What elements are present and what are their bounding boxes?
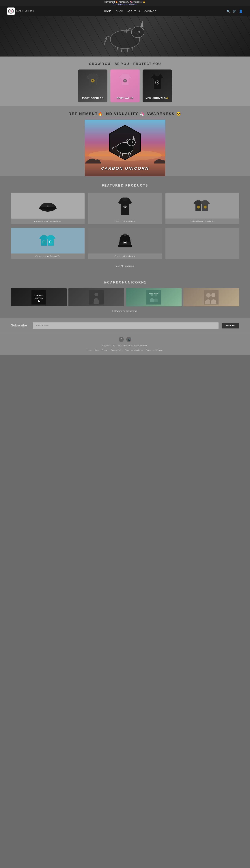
beanie-svg bbox=[116, 231, 134, 250]
subscribe-section: Subscribe SIGN UP bbox=[0, 318, 250, 333]
signup-button[interactable]: SIGN UP bbox=[222, 322, 239, 329]
product-thumb-empty bbox=[165, 228, 239, 253]
product-cards: MOST POPULAR BEST VALUE bbox=[4, 69, 246, 102]
svg-point-56 bbox=[206, 293, 211, 298]
brand-hexagon-logo bbox=[107, 124, 143, 165]
shirt-icon-dark bbox=[85, 72, 100, 89]
facebook-icon[interactable]: f bbox=[119, 337, 124, 342]
logo-icon: 🦄 bbox=[7, 7, 15, 15]
search-icon[interactable]: 🔍 bbox=[227, 9, 230, 13]
svg-point-30 bbox=[38, 207, 57, 210]
instagram-icon[interactable]: 📷 bbox=[126, 337, 131, 342]
social-icons: f 📷 bbox=[4, 337, 246, 342]
footer: f 📷 Copyright © 2021 Carbon Unicorn - Al… bbox=[0, 333, 250, 355]
product-beanie[interactable]: Carbon Unicorn Beanie bbox=[88, 228, 162, 259]
product-name-hoodie: Carbon Unicorn Hoodie bbox=[113, 219, 137, 224]
announcement-line2: Free Shipping on all Orders bbox=[0, 3, 250, 5]
product-thumb-hoodie bbox=[88, 193, 162, 219]
svg-line-8 bbox=[132, 47, 132, 52]
product-special-ts[interactable]: Carbon Unicorn Special T's bbox=[165, 193, 239, 224]
svg-marker-4 bbox=[141, 21, 143, 27]
product-primary-ts[interactable]: Carbon Unicorn Primary T's bbox=[11, 228, 85, 259]
footer-link-privacy[interactable]: Privacy Policy bbox=[111, 349, 122, 351]
view-all-link[interactable]: View All Products > bbox=[116, 265, 135, 268]
footer-link-shop[interactable]: Shop bbox=[94, 349, 99, 351]
product-hoodie[interactable]: Carbon Unicorn Hoodie bbox=[88, 193, 162, 224]
product-hats[interactable]: Carbon Unicorn Branded Hats bbox=[11, 193, 85, 224]
unicorn-svg bbox=[96, 16, 154, 52]
tagline-heading: GROW YOU - BE YOU - PROTECT YOU bbox=[4, 62, 246, 66]
card-best-value[interactable]: BEST VALUE bbox=[110, 69, 140, 102]
products-grid-top: Carbon Unicorn Branded Hats Carbon Unico… bbox=[11, 193, 239, 224]
hero-unicorn-graphic bbox=[96, 16, 154, 57]
svg-rect-45 bbox=[31, 290, 46, 305]
user-icon[interactable]: 👤 bbox=[239, 9, 243, 13]
insta-photo-2[interactable] bbox=[68, 288, 124, 306]
shirt-icon-black bbox=[150, 72, 165, 94]
tagline-section: GROW YOU - BE YOU - PROTECT YOU MOST POP… bbox=[0, 57, 250, 106]
product-thumb-primary-ts bbox=[11, 228, 85, 253]
svg-point-28 bbox=[132, 142, 133, 143]
svg-point-42 bbox=[124, 234, 126, 236]
featured-heading: FEATURED PRODUCTS bbox=[11, 184, 239, 187]
svg-point-10 bbox=[139, 31, 140, 32]
featured-section: FEATURED PRODUCTS Carbon Unicorn Branded… bbox=[0, 176, 250, 275]
footer-links: Home Shop Contact Privacy Policy Terms a… bbox=[4, 348, 246, 352]
product-empty-slot bbox=[165, 228, 239, 259]
footer-link-home[interactable]: Home bbox=[87, 349, 92, 351]
navigation: 🦄 CARBON UNICORN HOME SHOP ABOUT US CONT… bbox=[0, 6, 250, 16]
product-name-beanie: Carbon Unicorn Beanie bbox=[113, 253, 137, 259]
nav-shop[interactable]: SHOP bbox=[116, 10, 123, 12]
hat-svg bbox=[38, 199, 57, 212]
card-most-popular[interactable]: MOST POPULAR bbox=[78, 69, 107, 102]
nav-contact[interactable]: CONTACT bbox=[144, 10, 156, 12]
product-thumb-hats bbox=[11, 193, 85, 219]
svg-rect-41 bbox=[118, 245, 132, 247]
card-label-popular: MOST POPULAR bbox=[82, 97, 104, 99]
svg-text:🦄: 🦄 bbox=[10, 10, 12, 12]
product-name-primary-ts: Carbon Unicorn Primary T's bbox=[34, 253, 61, 259]
product-name-hats: Carbon Unicorn Branded Hats bbox=[33, 219, 62, 224]
hexagon-unicorn-svg bbox=[107, 124, 143, 164]
nav-links: HOME SHOP ABOUT US CONTACT bbox=[104, 9, 156, 13]
cart-icon[interactable]: 🛒 bbox=[233, 9, 237, 13]
announcement-line1: Refinement 🔥 Individuality 🦄 Awareness 😎 bbox=[0, 1, 250, 3]
svg-text:UNICORN: UNICORN bbox=[35, 298, 43, 300]
logo[interactable]: 🦄 CARBON UNICORN bbox=[7, 7, 34, 15]
instagram-section: @CARBONUNICORN1 CARBON UNICORN bbox=[0, 275, 250, 318]
product-name-special-ts: Carbon Unicorn Special T's bbox=[189, 219, 215, 224]
insta-photo-1[interactable]: CARBON UNICORN bbox=[11, 288, 66, 306]
insta-photo-3[interactable]: Lookin great! bbox=[126, 288, 182, 306]
product-thumb-beanie bbox=[88, 228, 162, 253]
copyright: Copyright © 2021 Carbon Unicorn - All Ri… bbox=[4, 345, 246, 347]
announcement-bar: Refinement 🔥 Individuality 🦄 Awareness 😎… bbox=[0, 0, 250, 6]
svg-line-5 bbox=[117, 47, 118, 52]
refinement-text: REFINEMENT🔥 INDIVIDUALITY 🦄 AWARENESS 😎 bbox=[4, 112, 246, 116]
teal-shirts-svg bbox=[38, 234, 58, 248]
svg-text:CARBON: CARBON bbox=[34, 294, 44, 297]
svg-text:Lookin great!: Lookin great! bbox=[149, 292, 159, 294]
svg-point-22 bbox=[128, 139, 135, 146]
hoodie-svg bbox=[118, 196, 132, 216]
footer-link-returns[interactable]: Returns and Refunds bbox=[146, 349, 163, 351]
instagram-heading: @CARBONUNICORN1 bbox=[11, 281, 239, 284]
footer-link-contact[interactable]: Contact bbox=[102, 349, 108, 351]
shirt-icon-pink bbox=[118, 72, 132, 89]
footer-link-terms[interactable]: Terms and Conditions bbox=[126, 349, 143, 351]
nav-icons: 🔍 🛒 👤 bbox=[227, 9, 243, 13]
nav-about[interactable]: ABOUT US bbox=[128, 10, 140, 12]
products-grid-bottom: Carbon Unicorn Primary T's bbox=[11, 228, 239, 259]
follow-instagram-link[interactable]: Follow me on Instagram > bbox=[112, 310, 138, 312]
hero-banner bbox=[0, 16, 250, 57]
svg-point-3 bbox=[131, 27, 144, 38]
brand-image: CARBON UNICORN bbox=[85, 120, 165, 176]
card-label-value: BEST VALUE bbox=[117, 97, 133, 99]
svg-point-37 bbox=[204, 206, 206, 209]
nav-home[interactable]: HOME bbox=[104, 10, 112, 13]
card-new-arrivals[interactable]: NEW ARRIVALS✨ bbox=[143, 69, 172, 102]
brand-name: CARBON UNICORN bbox=[85, 166, 165, 171]
two-shirts-svg bbox=[192, 198, 212, 213]
logo-text: CARBON UNICORN bbox=[16, 10, 34, 12]
insta-photo-4[interactable] bbox=[184, 288, 239, 306]
email-input[interactable] bbox=[33, 322, 219, 329]
